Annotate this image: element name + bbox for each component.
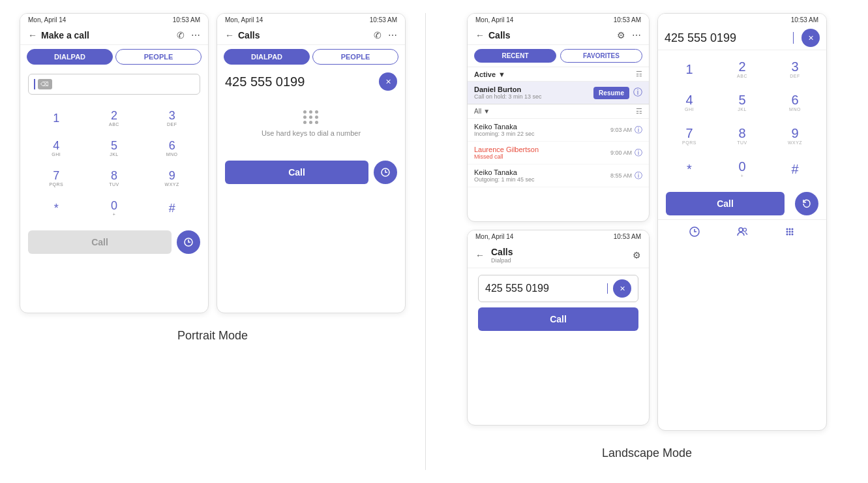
info-icon-3-2[interactable]: ⓘ	[635, 148, 642, 159]
status-time-4: 10:53 AM	[614, 233, 641, 240]
back-arrow-3[interactable]: ←	[475, 30, 485, 40]
right-dial-key-5-hash[interactable]: #	[769, 153, 821, 185]
nav-icons-1: ✆ ⋯	[177, 30, 200, 40]
back-arrow-4[interactable]: ←	[475, 250, 485, 260]
more-icon-3[interactable]: ⋯	[632, 30, 641, 40]
more-icon-1[interactable]: ⋯	[191, 30, 200, 40]
info-icon-3-1[interactable]: ⓘ	[635, 125, 642, 136]
right-dial-key-5-3[interactable]: 3DEF	[769, 53, 821, 86]
active-call-banner-3: Daniel Burton Call on hold: 3 min 13 sec…	[468, 82, 649, 104]
call-button-4[interactable]: Call	[478, 307, 638, 331]
status-bar-2: Mon, April 14 10:53 AM	[217, 14, 405, 26]
tab-favorites-3[interactable]: FAVORITES	[560, 49, 642, 63]
tab-recent-3[interactable]: RECENT	[474, 49, 556, 63]
dial-key-1-hash[interactable]: #	[143, 194, 200, 223]
nav-icons-4: ⚙	[633, 250, 641, 260]
back-arrow-1[interactable]: ←	[28, 30, 37, 40]
tab-dialpad-1[interactable]: DIALPAD	[27, 49, 113, 65]
call-button-5[interactable]: Call	[666, 192, 785, 215]
right-dial-key-5-5[interactable]: 5JKL	[716, 86, 768, 119]
right-dial-key-5-6[interactable]: 6MNO	[769, 86, 821, 119]
info-icon-3-3[interactable]: ⓘ	[635, 170, 642, 181]
svg-point-7	[791, 228, 793, 230]
settings-icon-4[interactable]: ⚙	[633, 250, 641, 260]
svg-point-5	[786, 228, 788, 230]
info-icon-active-3[interactable]: ⓘ	[633, 87, 642, 99]
people-icon-5[interactable]	[736, 226, 748, 240]
settings-icon-3[interactable]: ⚙	[617, 30, 625, 40]
right-dial-key-5-9[interactable]: 9WXYZ	[769, 119, 821, 152]
landscape-frame-dialpad-bottom: Mon, April 14 10:53 AM ← Calls Dialpad	[467, 230, 650, 426]
call-item-3-2[interactable]: Laurence Gilbertson Missed call 9:00 AM …	[468, 142, 649, 164]
call-button-1[interactable]: Call	[28, 230, 172, 254]
dial-key-1-8[interactable]: 8TUV	[86, 164, 143, 193]
right-dial-key-5-2[interactable]: 2ABC	[716, 53, 768, 86]
more-icon-2[interactable]: ⋯	[388, 30, 397, 40]
dialpad-number-row-2: 425 555 0199 ✕	[225, 72, 397, 91]
portrait-section: Mon, April 14 10:53 AM ← Make a call ✆ ⋯	[20, 13, 406, 470]
recents-btn-1[interactable]	[177, 230, 200, 254]
dial-key-1-2[interactable]: 2ABC	[86, 104, 143, 132]
all-filter-label-3[interactable]: All ▼	[474, 108, 490, 115]
tab-people-1[interactable]: PEOPLE	[115, 49, 202, 65]
right-dialpad-grid-5: 1 2ABC 3DEF 4GHI 5JKL 6MNO 7PQRS 8TUV 9W…	[658, 50, 826, 188]
active-call-status-3: Call on hold: 3 min 13 sec	[474, 93, 593, 100]
back-arrow-2[interactable]: ←	[225, 30, 234, 40]
status-date-1: Mon, April 14	[28, 16, 66, 23]
clear-btn-blue-2[interactable]: ✕	[379, 72, 397, 91]
dialpad-icon-5[interactable]	[784, 226, 796, 240]
history-icon-5[interactable]	[689, 226, 700, 240]
tabs-bar-2: DIALPAD PEOPLE	[217, 45, 405, 69]
status-time-2: 10:53 AM	[370, 16, 397, 23]
hardkeys-dots-2	[303, 110, 319, 124]
right-dial-key-5-0[interactable]: 0+	[716, 153, 768, 185]
svg-point-10	[791, 230, 793, 232]
input-cursor-1	[34, 79, 35, 89]
status-bar-3: Mon, April 14 10:53 AM	[468, 14, 649, 26]
right-number-text-5: 425 555 0199	[665, 31, 789, 45]
clear-btn-4[interactable]: ✕	[613, 279, 631, 298]
phone-icon-1[interactable]: ✆	[177, 30, 185, 40]
dial-key-1-3[interactable]: 3DEF	[143, 104, 200, 132]
dial-key-1-0[interactable]: 0+	[86, 194, 143, 223]
nav-left-3: ← Calls	[475, 30, 510, 40]
dial-key-1-5[interactable]: 5JKL	[86, 134, 143, 163]
dial-key-1-9[interactable]: 9WXYZ	[143, 164, 200, 193]
call-item-3-1[interactable]: Keiko Tanaka Incoming: 3 min 22 sec 9:03…	[468, 119, 649, 142]
filter-icon-sub-3[interactable]: ☶	[636, 107, 642, 116]
call-button-2[interactable]: Call	[225, 161, 368, 184]
dial-key-1-6[interactable]: 6MNO	[143, 134, 200, 163]
active-filter-3[interactable]: Active ▼	[474, 70, 505, 78]
resume-button-3[interactable]: Resume	[593, 87, 629, 99]
portrait-label: Portrait Mode	[177, 329, 248, 343]
status-bar-1: Mon, April 14 10:53 AM	[20, 14, 208, 26]
right-dial-key-5-star[interactable]: *	[663, 153, 715, 185]
filter-icon-3[interactable]: ☶	[636, 70, 642, 78]
dial-key-1-star[interactable]: *	[28, 194, 85, 223]
active-call-name-3: Daniel Burton	[474, 86, 593, 93]
call-item-3-3[interactable]: Keiko Tanaka Outgoing: 1 min 45 sec 8:55…	[468, 164, 649, 187]
phone-icon-2[interactable]: ✆	[374, 30, 382, 40]
right-dial-key-5-1[interactable]: 1	[663, 53, 715, 86]
recents-btn-2[interactable]	[374, 161, 397, 184]
svg-point-4	[743, 228, 746, 231]
dial-key-1-7[interactable]: 7PQRS	[28, 164, 85, 193]
dial-key-1-1[interactable]: 1	[28, 104, 85, 132]
dial-key-1-4[interactable]: 4GHI	[28, 134, 85, 163]
right-dial-key-5-7[interactable]: 7PQRS	[663, 119, 715, 152]
right-dial-key-5-4[interactable]: 4GHI	[663, 86, 715, 119]
tab-people-2[interactable]: PEOPLE	[312, 49, 398, 65]
page-title-4: Calls	[491, 247, 513, 257]
status-date-4: Mon, April 14	[475, 233, 513, 240]
ls-dialpad-content-4: 425 555 0199 ✕ Call	[468, 268, 649, 337]
portrait-frames-row: Mon, April 14 10:53 AM ← Make a call ✆ ⋯	[20, 13, 406, 313]
dialpad-input-row-1[interactable]: ⌫	[28, 74, 200, 95]
right-dial-key-5-8[interactable]: 8TUV	[716, 119, 768, 152]
clear-btn-1[interactable]: ⌫	[38, 79, 52, 89]
call-time-3-2: 9:00 AM	[610, 149, 632, 156]
clear-btn-5[interactable]: ✕	[801, 29, 820, 47]
status-time-1: 10:53 AM	[173, 16, 200, 23]
recents-btn-5[interactable]	[795, 192, 818, 215]
tab-dialpad-2[interactable]: DIALPAD	[224, 49, 310, 65]
portrait-frame-2: Mon, April 14 10:53 AM ← Calls ✆ ⋯	[217, 13, 406, 313]
